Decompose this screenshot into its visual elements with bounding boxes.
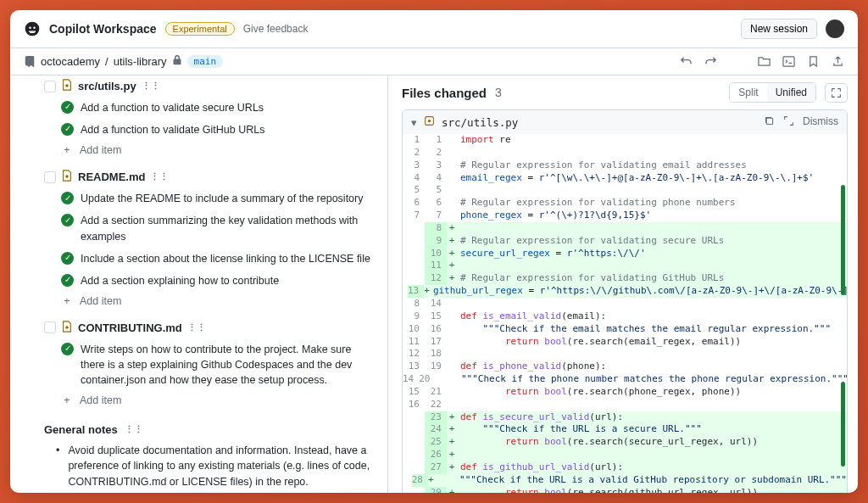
- plan-file-block: src/utils.py ⋮⋮ ✓Add a function to valid…: [44, 75, 374, 159]
- plus-icon: +: [61, 295, 73, 307]
- branch-badge[interactable]: main: [187, 55, 224, 68]
- check-icon: ✓: [61, 192, 74, 204]
- file-checkbox[interactable]: [44, 321, 56, 333]
- code-line: 9+# Regular expression for validating se…: [403, 235, 847, 248]
- fullscreen-button[interactable]: [825, 83, 848, 103]
- code-line: 26+: [403, 449, 847, 461]
- svg-point-1: [65, 84, 69, 87]
- task-item[interactable]: ✓Add a function to validate secure URLs: [44, 97, 374, 119]
- task-item[interactable]: ✓Add a function to validate GitHub URLs: [44, 119, 374, 141]
- code-line: 11import re: [403, 134, 847, 147]
- code-line: 22: [403, 147, 847, 159]
- copilot-logo-icon: [24, 20, 41, 37]
- diff-header: Files changed 3 Split Unified: [402, 82, 848, 109]
- code-line: 814: [403, 298, 847, 310]
- task-item[interactable]: ✓Add a section summarizing the key valid…: [44, 210, 374, 247]
- file-icon: [61, 170, 73, 184]
- task-item[interactable]: ✓Update the README to include a summary …: [44, 187, 374, 210]
- code-line: 1218: [403, 348, 847, 360]
- file-name[interactable]: src/utils.py: [78, 80, 136, 92]
- terminal-icon[interactable]: [782, 55, 795, 68]
- code-line: 13+github_url_regex = r'^https:\/\/githu…: [403, 285, 847, 298]
- code-line: 33# Regular expression for validating em…: [403, 159, 847, 172]
- code-line: 28+ """Check if the URL is a valid GitHu…: [403, 474, 847, 487]
- check-icon: ✓: [61, 214, 74, 226]
- app-title: Copilot Workspace: [49, 22, 157, 36]
- task-item[interactable]: ✓Add a section explaining how to contrib…: [44, 270, 374, 292]
- new-session-button[interactable]: New session: [741, 19, 817, 39]
- unified-tab[interactable]: Unified: [767, 83, 815, 102]
- diff-file: ▾ src/utils.py Dismiss 11import re2233# …: [402, 109, 848, 493]
- task-item[interactable]: ✓Include a section about the license lin…: [44, 248, 374, 270]
- code-line: 23+def is_secure_url_valid(url):: [403, 411, 847, 424]
- add-item-button[interactable]: +Add item: [44, 141, 374, 159]
- dismiss-button[interactable]: Dismiss: [803, 115, 838, 129]
- app-window: Copilot Workspace Experimental Give feed…: [10, 10, 858, 493]
- file-name[interactable]: README.md: [78, 170, 145, 183]
- check-icon: ✓: [61, 101, 74, 114]
- diff-file-name[interactable]: src/utils.py: [442, 116, 518, 129]
- diff-title: Files changed: [402, 86, 487, 100]
- experimental-badge: Experimental: [165, 22, 235, 36]
- chevron-down-icon[interactable]: ▾: [411, 116, 417, 129]
- check-icon: ✓: [61, 123, 74, 136]
- expand-icon[interactable]: [783, 115, 794, 129]
- code-line: 66# Regular expression for validating ph…: [403, 197, 847, 210]
- code-line: 10+secure_url_regex = r'^https:\/\/': [403, 248, 847, 260]
- breadcrumb-bar: octocademy / utils-library main: [10, 48, 858, 75]
- code-diff: 11import re2233# Regular expression for …: [403, 134, 847, 493]
- note-item: •Avoid duplicate documentation and infor…: [44, 439, 374, 492]
- breadcrumb-owner[interactable]: octocademy: [41, 55, 100, 68]
- code-line: 44email_regex = r'^[\w\.\+\-]+@[a-zA-Z0-…: [403, 172, 847, 185]
- general-notes-header: General notes ⋮⋮: [44, 416, 374, 439]
- repo-icon: [24, 56, 36, 68]
- file-name[interactable]: CONTRIBUTING.md: [78, 321, 182, 334]
- check-icon: ✓: [61, 343, 74, 355]
- undo-icon[interactable]: [680, 55, 693, 68]
- code-line: 1521 return bool(re.search(phone_regex, …: [403, 386, 847, 399]
- folder-icon[interactable]: [758, 55, 771, 68]
- code-line: 915def is_email_valid(email):: [403, 310, 847, 323]
- code-line: 1420 """Check if the phone number matche…: [403, 373, 847, 386]
- file-modified-icon: [424, 115, 435, 129]
- add-item-button[interactable]: +Add item: [44, 292, 374, 310]
- svg-point-3: [65, 326, 69, 329]
- drag-handle-icon[interactable]: ⋮⋮: [125, 424, 143, 435]
- bullet-icon: •: [56, 443, 59, 489]
- split-tab[interactable]: Split: [730, 83, 766, 102]
- toolbar-icons: [680, 55, 844, 68]
- code-line: 1622: [403, 399, 847, 411]
- redo-icon[interactable]: [704, 55, 717, 68]
- drag-handle-icon[interactable]: ⋮⋮: [150, 171, 169, 182]
- share-icon[interactable]: [832, 55, 844, 68]
- code-line: 8+: [403, 222, 847, 235]
- code-line: 1319def is_phone_valid(phone):: [403, 360, 847, 373]
- check-icon: ✓: [61, 274, 74, 287]
- file-checkbox[interactable]: [44, 81, 56, 92]
- change-indicator: [841, 185, 845, 295]
- copy-icon[interactable]: [764, 115, 775, 129]
- drag-handle-icon[interactable]: ⋮⋮: [142, 81, 160, 92]
- plan-panel: src/utils.py ⋮⋮ ✓Add a function to valid…: [10, 75, 387, 493]
- code-line: 27+def is_github_url_valid(url):: [403, 461, 847, 474]
- code-line: 1016 """Check if the email matches the e…: [403, 323, 847, 336]
- svg-rect-0: [783, 57, 794, 66]
- breadcrumb-repo[interactable]: utils-library: [114, 55, 167, 68]
- task-item[interactable]: ✓Write steps on how to contribute to the…: [44, 338, 374, 391]
- avatar[interactable]: [826, 20, 844, 38]
- diff-panel: Files changed 3 Split Unified ▾ src/util…: [387, 75, 858, 493]
- file-icon: [61, 321, 73, 335]
- add-item-button[interactable]: +Add item: [44, 391, 374, 410]
- file-icon: [61, 79, 73, 93]
- svg-point-5: [428, 120, 431, 122]
- code-line: 24+ """Check if the URL is a secure URL.…: [403, 423, 847, 436]
- bookmark-icon[interactable]: [807, 55, 820, 68]
- code-line: 55: [403, 184, 847, 197]
- drag-handle-icon[interactable]: ⋮⋮: [187, 322, 206, 333]
- svg-rect-6: [766, 118, 772, 124]
- feedback-link[interactable]: Give feedback: [243, 23, 309, 35]
- check-icon: ✓: [61, 252, 74, 265]
- svg-point-2: [65, 175, 69, 178]
- file-checkbox[interactable]: [44, 171, 56, 183]
- code-line: 77phone_regex = r'^(\+)?1?\d{9,15}$': [403, 210, 847, 222]
